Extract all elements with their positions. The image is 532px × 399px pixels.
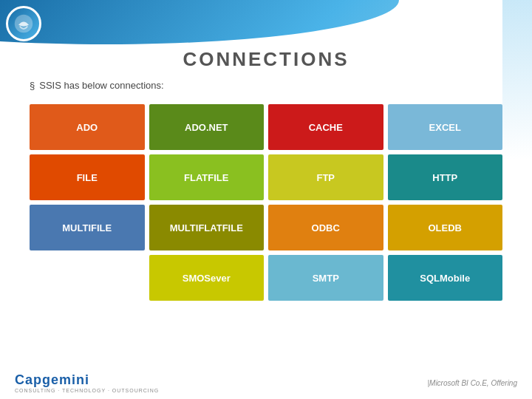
footer-logo-name: Capgemini (15, 372, 89, 388)
footer-logo: Capgemini CONSULTING · TECHNOLOGY · OUTS… (15, 372, 159, 393)
grid-cell-cache[interactable]: CACHE (268, 104, 383, 150)
footer-right-text: |Microsoft BI Co.E, Offering (427, 379, 517, 387)
grid-cell-excel[interactable]: EXCEL (388, 104, 503, 150)
grid-cell-ado[interactable]: ADO (30, 104, 145, 150)
grid-cell-multiflatfile[interactable]: MULTIFLATFILE (149, 205, 265, 250)
grid-cell-adonet[interactable]: ADO.NET (149, 104, 265, 150)
grid-cell-smosever[interactable]: SMOSever (149, 255, 265, 301)
grid-cell-multifile[interactable]: MULTIFILE (30, 205, 145, 250)
logo-circle (6, 6, 41, 41)
grid-cell-file[interactable]: FILE (30, 154, 145, 200)
bottom-row: SMOSever SMTP SQLMobile (30, 255, 502, 301)
footer: Capgemini CONSULTING · TECHNOLOGY · OUTS… (0, 372, 532, 393)
grid-cell-ftp[interactable]: FTP (268, 154, 383, 200)
grid-cell-flatfile[interactable]: FLATFILE (149, 154, 265, 200)
grid-cell-smtp[interactable]: SMTP (268, 255, 383, 301)
subtitle: SSIS has below connections: (22, 80, 510, 91)
grid-cell-http[interactable]: HTTP (388, 154, 503, 200)
grid-cell-oledb[interactable]: OLEDB (388, 205, 503, 250)
page-content: CONNECTIONS SSIS has below connections: … (0, 0, 532, 308)
grid-cell-sqlmobile[interactable]: SQLMobile (388, 255, 503, 301)
connection-grid: ADO ADO.NET CACHE EXCEL FILE FLATFILE FT… (30, 104, 502, 250)
page-title: CONNECTIONS (22, 48, 510, 71)
footer-logo-sub: CONSULTING · TECHNOLOGY · OUTSOURCING (15, 388, 159, 393)
grid-cell-odbc[interactable]: ODBC (268, 205, 383, 250)
